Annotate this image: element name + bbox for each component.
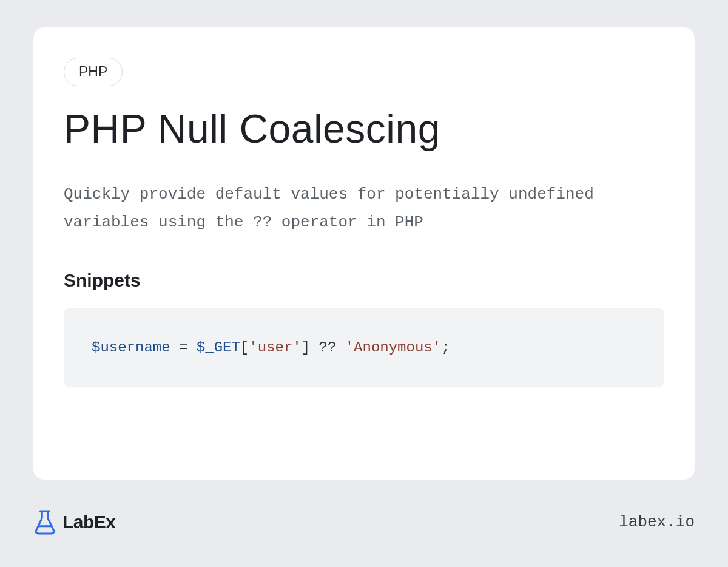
code-string: 'user' [249,339,301,356]
description: Quickly provide default values for poten… [64,181,658,236]
code-text: ] ?? [302,339,345,356]
content-card: PHP PHP Null Coalescing Quickly provide … [33,27,695,480]
brand-name: LabEx [62,512,116,532]
flask-icon [33,509,56,535]
snippets-heading: Snippets [64,270,664,291]
language-tag: PHP [64,58,123,86]
code-text: = [170,339,197,356]
footer: LabEx labex.io [33,504,695,540]
site-url: labex.io [619,513,695,531]
brand: LabEx [33,509,116,535]
code-text: [ [240,339,249,356]
code-variable: $_GET [197,339,240,356]
page-title: PHP Null Coalescing [64,106,664,152]
code-variable: $username [92,339,170,356]
code-text: ; [441,339,450,356]
code-block: $username = $_GET['user'] ?? 'Anonymous'… [64,308,664,387]
code-string: 'Anonymous' [345,339,441,356]
